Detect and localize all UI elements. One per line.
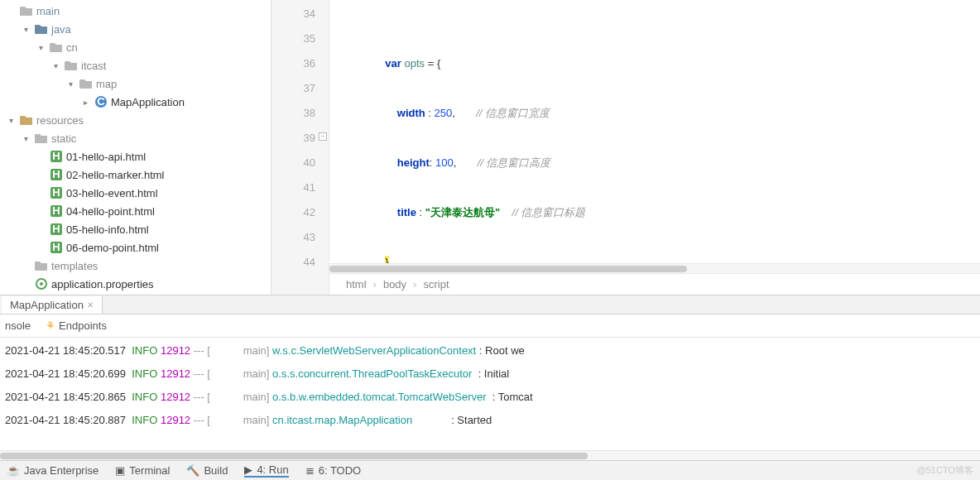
log-line: 2021-04-21 18:45:20.887 INFO 12912 --- [… [5,409,975,432]
class-icon: C [94,95,108,108]
tree-item[interactable]: application.properties [0,275,271,293]
folder-icon [79,78,93,89]
gutter-line-number: 37 [271,76,329,101]
bottom-todo[interactable]: ≣6: TODO [305,464,362,477]
chevron-icon[interactable] [50,61,61,70]
fold-icon[interactable]: − [319,132,327,141]
run-tool-tabs: MapApplication ✕ [0,295,980,314]
console-hscrollbar[interactable] [0,450,980,460]
watermark: @51CTO博客 [917,464,973,477]
tree-item[interactable]: itcast [0,56,271,74]
html-icon: H [50,241,63,254]
gutter-line-number: 43 [271,225,329,250]
tree-item[interactable]: map [0,74,271,93]
breadcrumb[interactable]: html› body› script [329,273,980,295]
project-tree[interactable]: mainjavacnitcastmapCMapApplicationresour… [0,0,271,295]
tree-item[interactable]: H05-hello-info.html [0,220,271,238]
svg-text:H: H [52,168,60,180]
tree-item[interactable]: resources [0,111,271,129]
html-icon: H [50,168,63,181]
gutter-line-number: 44 [271,250,329,275]
chevron-icon[interactable] [5,116,17,125]
terminal-icon: ▣ [115,464,125,477]
tree-item[interactable]: H03-hello-event.html [0,184,271,202]
gutter-line-number: 34 [271,2,329,26]
breadcrumb-item[interactable]: body [383,278,406,290]
folder-icon [65,60,78,71]
tree-item[interactable]: H01-hello-api.html [0,147,271,166]
breadcrumb-item[interactable]: html [346,278,367,290]
svg-text:H: H [52,186,60,199]
code-line: title : "天津泰达航母" // 信息窗口标题 [349,200,980,225]
tab-endpoints[interactable]: ⚘Endpoints [46,319,107,332]
folder-icon [50,41,63,53]
close-icon[interactable]: ✕ [87,300,94,310]
folder-icon [35,260,48,271]
chevron-icon[interactable] [20,25,31,34]
hammer-icon: 🔨 [186,464,199,477]
tree-item[interactable]: H02-hello-marker.html [0,166,271,184]
tree-item[interactable]: CMapApplication [0,93,271,111]
chevron-icon[interactable] [79,98,91,107]
bottom-run[interactable]: ▶4: Run [244,463,288,478]
html-icon: H [50,186,63,199]
gutter-line-number: 39− [271,126,329,151]
code-line: height: 100, // 信息窗口高度 [349,151,980,175]
editor-gutter: 343536373839−4041424344 [271,0,329,295]
play-icon: ▶ [244,463,252,476]
folder-icon [20,114,33,126]
tree-item[interactable]: java [0,20,271,38]
run-tab-mapapplication[interactable]: MapApplication ✕ [2,296,103,314]
list-icon: ≣ [305,464,315,477]
folder-icon [20,5,33,17]
svg-text:H: H [52,241,60,253]
tree-item[interactable]: main [0,2,271,20]
code-editor[interactable]: var opts = { width : 250, // 信息窗口宽度 heig… [329,0,980,295]
gutter-line-number: 36 [271,51,329,76]
folder-icon [35,132,48,144]
props-icon [35,277,48,290]
html-icon: H [50,223,63,236]
chevron-icon[interactable] [35,43,46,52]
html-icon: H [50,204,63,218]
tree-item[interactable]: cn [0,38,271,56]
svg-text:H: H [52,204,60,217]
log-line: 2021-04-21 18:45:20.865 INFO 12912 --- [… [5,386,975,409]
code-line: width : 250, // 信息窗口宽度 [349,101,980,126]
svg-text:H: H [52,150,60,162]
log-line: 2021-04-21 18:45:20.699 INFO 12912 --- [… [5,362,975,386]
java-icon: ☕ [7,464,20,477]
code-line: var opts = { [349,51,980,76]
svg-text:C: C [97,95,105,108]
html-icon: H [50,150,63,163]
chevron-icon[interactable] [65,79,76,89]
svg-text:H: H [52,223,60,235]
endpoints-icon: ⚘ [46,319,55,332]
bottom-toolbar: ☕Java Enterprise ▣Terminal 🔨Build ▶4: Ru… [0,460,980,480]
folder-icon [35,23,48,35]
gutter-line-number: 41 [271,175,329,200]
gutter-line-number: 42 [271,200,329,225]
editor-hscrollbar[interactable] [329,263,980,273]
tree-item[interactable]: static [0,129,271,147]
log-line: 2021-04-21 18:45:20.517 INFO 12912 --- [… [5,339,975,362]
gutter-line-number: 38 [271,101,329,126]
console-output[interactable]: 2021-04-21 18:45:20.517 INFO 12912 --- [… [0,338,980,450]
run-subtabs: nsole ⚘Endpoints [0,314,980,338]
gutter-line-number: 40 [271,151,329,175]
tab-console[interactable]: nsole [5,319,31,332]
breadcrumb-item[interactable]: script [423,278,449,290]
code-line: } [349,250,980,263]
bottom-terminal[interactable]: ▣Terminal [115,464,170,477]
chevron-icon[interactable] [20,134,31,143]
bottom-java-enterprise[interactable]: ☕Java Enterprise [7,464,98,477]
tree-item[interactable]: H04-hello-point.html [0,202,271,220]
bottom-build[interactable]: 🔨Build [186,464,228,477]
svg-point-15 [40,282,43,286]
tree-item[interactable]: H06-demo-point.html [0,238,271,257]
gutter-line-number: 35 [271,26,329,51]
tree-item[interactable]: templates [0,257,271,275]
